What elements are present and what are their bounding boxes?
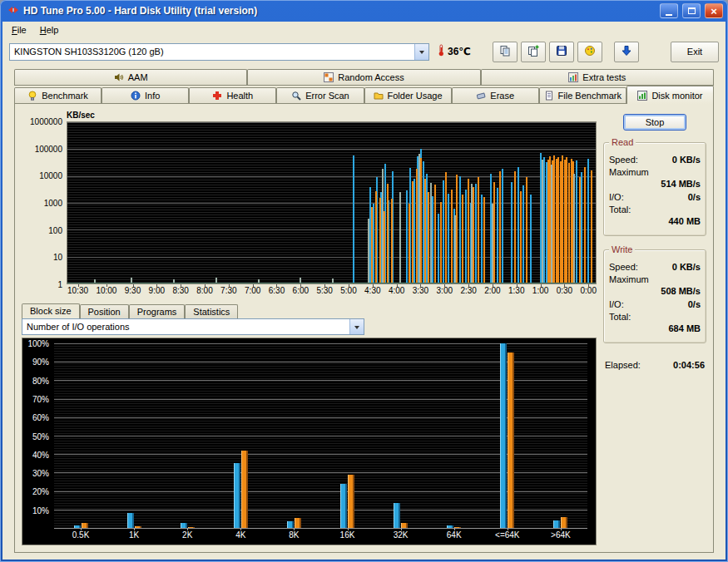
x-tick-label: 9:00: [149, 286, 165, 297]
read-io-value: 0/s: [688, 192, 701, 202]
bar-write: [188, 527, 195, 528]
bar-read: [394, 503, 400, 528]
update-download-button[interactable]: [614, 42, 639, 62]
bar-read: [500, 343, 507, 528]
tab-file-benchmark[interactable]: File Benchmark: [539, 87, 626, 103]
menubar: File Help: [2, 22, 726, 38]
tab-erase[interactable]: Erase: [452, 87, 539, 103]
sub-tab-statistics[interactable]: Statistics: [185, 304, 238, 318]
io-metric-select[interactable]: Number of I/O operations: [22, 318, 364, 335]
toolbar-button-group: [493, 42, 602, 62]
tab-disk-monitor[interactable]: Disk monitor: [626, 86, 714, 104]
y-tick-label: 100%: [27, 339, 49, 348]
maximize-button[interactable]: [682, 3, 701, 18]
x-tick-label: 10:00: [96, 286, 116, 297]
tab-info[interactable]: Info: [102, 87, 189, 103]
activity-spike-write: [473, 187, 474, 283]
exit-button[interactable]: Exit: [671, 42, 719, 62]
tab-benchmark[interactable]: Benchmark: [14, 87, 102, 103]
x-category-label: 4K: [214, 529, 267, 543]
read-group-title: Read: [609, 137, 636, 147]
read-group: Read Speed: 0 KB/s Maximum 514 MB/s I/O:…: [603, 142, 706, 236]
activity-spike-write: [591, 170, 592, 283]
y-tick-label: 30%: [32, 469, 49, 478]
bar-write: [561, 517, 567, 528]
menu-file[interactable]: File: [5, 23, 33, 37]
stop-button[interactable]: Stop: [623, 114, 686, 131]
toolbar: KINGSTON SH103S3120G (120 gB) 36℃ Exit: [2, 38, 726, 67]
minimize-icon: [666, 14, 672, 16]
activity-spike-read: [459, 176, 461, 283]
gridline: [67, 122, 596, 123]
activity-spike-other: [573, 174, 575, 283]
tab-folder-usage[interactable]: Folder Usage: [364, 87, 452, 103]
activity-spike-other: [258, 279, 260, 283]
x-tick-label: 8:00: [196, 286, 212, 297]
activity-spike-write: [371, 207, 373, 283]
bar-x-axis: 0.5K1K2K4K8K16K32K64K<=64K>64K: [54, 529, 587, 543]
bar-read: [287, 521, 294, 528]
tab-error-scan[interactable]: Error Scan: [276, 87, 364, 103]
activity-spike-write: [478, 177, 479, 283]
chevron-down-icon[interactable]: [349, 319, 364, 334]
io-metric-value: Number of I/O operations: [27, 322, 349, 332]
x-tick-label: 5:30: [316, 286, 332, 297]
write-speed-value: 0 KB/s: [672, 262, 701, 272]
x-category-label: <=64K: [481, 529, 534, 543]
activity-spike-read: [353, 155, 354, 283]
x-tick-label: 8:30: [172, 286, 188, 297]
copy-screenshot-button[interactable]: [493, 42, 518, 62]
sub-tab-block-size[interactable]: Block size: [22, 303, 80, 318]
activity-spike-read: [481, 195, 483, 283]
tab-extra-tests[interactable]: Extra tests: [481, 69, 714, 85]
scan-icon: [291, 91, 301, 101]
erase-icon: [476, 91, 486, 101]
tab-random-access[interactable]: Random Access: [247, 69, 480, 85]
tab-label: Error Scan: [305, 91, 349, 101]
write-max-value: 508 MB/s: [609, 286, 701, 296]
monitor-icon: [637, 91, 647, 101]
options-button[interactable]: [577, 42, 602, 62]
activity-spike-read: [438, 214, 439, 283]
x-tick-label: 2:30: [460, 286, 476, 297]
activity-spike-read: [522, 185, 524, 283]
bar-read: [447, 525, 453, 528]
monitor-chart-row: 1000000100000100001000100101: [22, 121, 597, 284]
window-title: HD Tune Pro 5.00 - Hard Disk Utility (tr…: [23, 5, 656, 17]
bar-group-2k: [181, 343, 195, 528]
info-icon: [131, 91, 141, 101]
write-io-row: I/O: 0/s: [609, 299, 701, 309]
chevron-down-icon[interactable]: [414, 44, 428, 60]
activity-spike-read: [448, 194, 449, 283]
activity-spike-write: [456, 175, 458, 283]
read-speed-row: Speed: 0 KB/s: [609, 155, 701, 165]
tab-aam[interactable]: AAM: [14, 69, 247, 85]
bar-write: [401, 523, 408, 528]
health-icon: [212, 91, 222, 101]
activity-spike-read: [465, 190, 467, 283]
activity-spike-read: [443, 180, 444, 283]
copy-pages-plus-icon: [527, 45, 539, 58]
sub-tab-position[interactable]: Position: [80, 304, 129, 318]
menu-help[interactable]: Help: [33, 23, 66, 37]
minimize-button[interactable]: [660, 3, 678, 18]
drive-select[interactable]: KINGSTON SH103S3120G (120 gB): [9, 43, 429, 61]
save-button[interactable]: [549, 42, 574, 62]
close-button[interactable]: ×: [705, 3, 723, 18]
y-tick-label: 80%: [32, 376, 49, 385]
titlebar[interactable]: HD Tune Pro 5.00 - Hard Disk Utility (tr…: [2, 0, 726, 22]
copy-text-button[interactable]: [521, 42, 546, 62]
gridline: [67, 203, 596, 204]
bar-write: [454, 527, 461, 528]
tab-health[interactable]: Health: [189, 87, 276, 103]
activity-spike-other: [542, 160, 543, 283]
activity-spike-read: [475, 184, 477, 283]
gridline: [67, 176, 596, 177]
write-speed-label: Speed:: [609, 262, 638, 272]
elapsed-label: Elapsed:: [605, 360, 641, 370]
sub-tab-programs[interactable]: Programs: [129, 304, 186, 318]
x-tick-label: 0:30: [557, 286, 572, 297]
block-size-chart: 100%90%80%70%60%50%40%30%20%10% 0.5K1K2K…: [22, 338, 597, 545]
write-max-label: Maximum: [609, 274, 701, 284]
tab-control: AAMRandom AccessExtra tests BenchmarkInf…: [14, 69, 714, 103]
